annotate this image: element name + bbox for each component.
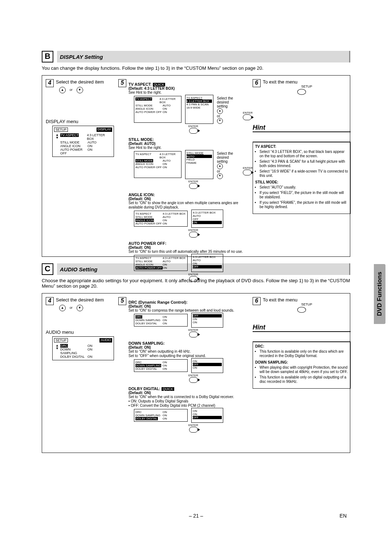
updown-arrows-icon: ▲▼: [56, 344, 59, 358]
section-b-letter: B: [42, 51, 53, 62]
c-step4: 4 Select the desired item ▲ or ▼ AUDIO m…: [46, 297, 118, 364]
down-button-icon: ▼: [77, 87, 83, 93]
hint-down-head: DOWN SAMPLING:: [255, 360, 348, 365]
b-step6-hint: 6 To exit the menu SETUP Hint TV ASPECT:…: [253, 79, 351, 214]
c-step6-title: To exit the menu: [263, 297, 351, 303]
audio-menu-heading: AUDIO menu: [46, 329, 118, 335]
up-down-buttons: ▲ or ▼: [58, 87, 118, 93]
hint-title-c: Hint: [253, 324, 351, 332]
display-menu-rows: TV ASPECT4:3 LETTER BOXSTILL MODEAUTOANG…: [60, 133, 112, 155]
display-menu-screen: SETUP DISPLAY ▲▼ TV ASPECT4:3 LETTER BOX…: [52, 126, 114, 157]
hint-box-c: DRC: This function is available only on …: [253, 341, 351, 389]
section-b-diagram: 4 Select the desired item ▲ or ▼ DISPLAY…: [42, 75, 350, 257]
setup-tab: SETUP: [54, 338, 68, 343]
display-menu-heading: DISPLAY menu: [46, 119, 118, 124]
or-label: or: [68, 87, 74, 93]
or-label: or: [68, 305, 74, 311]
audio-tab: AUDIO: [99, 338, 112, 343]
c-step5: 5 DRC (Dynamic Range Control):(Default: …: [118, 297, 253, 436]
c-up-down-buttons: ▲ or ▼: [58, 305, 118, 311]
section-b-header: B DISPLAY Setting: [42, 51, 350, 62]
c-step-6-label: 6: [253, 297, 261, 305]
section-b-title: DISPLAY Setting: [57, 51, 350, 62]
updown-arrows-icon: ▲▼: [56, 133, 59, 155]
step-6-label: 6: [253, 79, 261, 87]
section-b-intro: You can change the display functions. Fo…: [42, 65, 350, 71]
setup-button-label: SETUP: [263, 85, 351, 88]
audio-menu-rows: DRCONDOWN SAMPLINGONDOLBY DIGITALON: [60, 344, 112, 358]
section-c-diagram: 4 Select the desired item ▲ or ▼ AUDIO m…: [42, 293, 350, 453]
b-step5: 5 TV ASPECT: QUICK(Default: 4:3 LETTER B…: [118, 79, 253, 285]
hint-tv-aspect-list: Select “4:3 LETTER BOX”, so that black b…: [255, 150, 348, 178]
lang-code: EN: [340, 513, 347, 519]
down-button-icon: ▼: [77, 305, 83, 311]
page-number: – 21 –: [0, 513, 392, 519]
hint-still-mode-list: Select “AUTO” usually.If you select “FIE…: [255, 185, 348, 209]
c-step5-items: DRC (Dynamic Range Control):(Default: ON…: [128, 300, 253, 433]
setup-button-icon: [297, 89, 306, 95]
b-step6-title: To exit the menu: [263, 79, 351, 85]
c-step4-title: Select the desired item: [56, 297, 118, 303]
b-step4: 4 Select the desired item ▲ or ▼ DISPLAY…: [46, 79, 118, 161]
up-button-icon: ▲: [59, 87, 66, 93]
step-5-label: 5: [118, 79, 126, 87]
setup-button-icon: [297, 307, 306, 313]
hint-title-b: Hint: [253, 124, 351, 132]
c-setup-button-label: SETUP: [263, 303, 351, 306]
up-button-icon: ▲: [59, 305, 66, 311]
audio-menu-screen: SETUP AUDIO ▲▼ DRCONDOWN SAMPLINGONDOLBY…: [52, 336, 114, 360]
hint-still-mode-head: STILL MODE:: [255, 180, 348, 185]
hint-drc-list: This function is available only on the d…: [255, 349, 348, 358]
b-step5-items: TV ASPECT: QUICK(Default: 4:3 LETTER BOX…: [128, 82, 253, 283]
c-step-5-label: 5: [118, 297, 126, 305]
c-step6-hint: 6 To exit the menu SETUP Hint DRC: This …: [253, 297, 351, 389]
setup-tab: SETUP: [54, 127, 68, 132]
side-tab-dvd-functions: DVD Functions: [374, 264, 385, 324]
c-step-4-label: 4: [46, 297, 54, 305]
display-tab: DISPLAY: [97, 127, 112, 132]
hint-drc-head: DRC:: [255, 344, 348, 349]
b-step4-title: Select the desired item: [56, 79, 118, 85]
step-4-label: 4: [46, 79, 54, 87]
section-c-letter: C: [42, 263, 53, 275]
hint-tv-aspect-head: TV ASPECT:: [255, 145, 348, 149]
hint-down-list: When playing disc with copyright Protect…: [255, 365, 348, 384]
hint-box-b: TV ASPECT: Select “4:3 LETTER BOX”, so t…: [253, 142, 351, 214]
